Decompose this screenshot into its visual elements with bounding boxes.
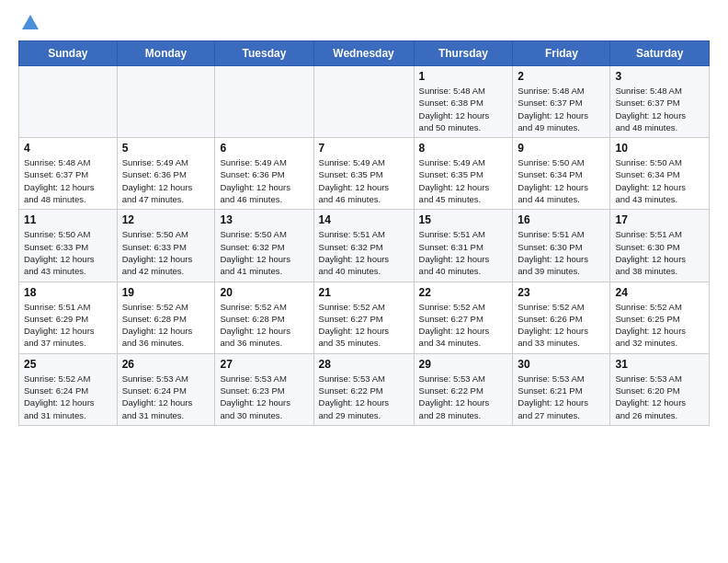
week-row-4: 18Sunrise: 5:51 AM Sunset: 6:29 PM Dayli… (19, 282, 710, 353)
day-info: Sunrise: 5:48 AM Sunset: 6:37 PM Dayligh… (24, 156, 112, 205)
calendar-cell: 14Sunrise: 5:51 AM Sunset: 6:32 PM Dayli… (313, 210, 414, 282)
day-number: 2 (518, 70, 605, 83)
day-number: 1 (419, 70, 508, 83)
day-number: 6 (220, 142, 308, 155)
calendar-cell: 22Sunrise: 5:52 AM Sunset: 6:27 PM Dayli… (414, 282, 513, 353)
day-info: Sunrise: 5:50 AM Sunset: 6:33 PM Dayligh… (24, 228, 112, 277)
calendar-cell: 1Sunrise: 5:48 AM Sunset: 6:38 PM Daylig… (414, 66, 513, 138)
day-info: Sunrise: 5:50 AM Sunset: 6:34 PM Dayligh… (615, 156, 704, 205)
day-number: 19 (122, 286, 210, 299)
calendar-cell: 24Sunrise: 5:52 AM Sunset: 6:25 PM Dayli… (610, 282, 710, 353)
calendar-cell: 13Sunrise: 5:50 AM Sunset: 6:32 PM Dayli… (215, 210, 313, 282)
calendar-cell: 21Sunrise: 5:52 AM Sunset: 6:27 PM Dayli… (313, 282, 414, 353)
day-header-sunday: Sunday (19, 41, 118, 66)
calendar-cell: 30Sunrise: 5:53 AM Sunset: 6:21 PM Dayli… (513, 353, 610, 425)
calendar-cell: 27Sunrise: 5:53 AM Sunset: 6:23 PM Dayli… (215, 353, 313, 425)
day-number: 14 (319, 213, 409, 226)
day-number: 12 (122, 213, 210, 226)
day-number: 27 (220, 358, 308, 371)
logo-icon (20, 13, 40, 33)
day-number: 29 (419, 358, 508, 371)
day-info: Sunrise: 5:49 AM Sunset: 6:36 PM Dayligh… (220, 156, 308, 205)
calendar-cell (215, 66, 313, 138)
day-number: 3 (615, 70, 704, 83)
day-info: Sunrise: 5:49 AM Sunset: 6:35 PM Dayligh… (319, 156, 409, 205)
day-header-thursday: Thursday (414, 41, 513, 66)
day-info: Sunrise: 5:50 AM Sunset: 6:33 PM Dayligh… (122, 228, 210, 277)
day-number: 15 (419, 213, 508, 226)
day-info: Sunrise: 5:52 AM Sunset: 6:26 PM Dayligh… (518, 301, 605, 350)
day-info: Sunrise: 5:48 AM Sunset: 6:38 PM Dayligh… (419, 85, 508, 133)
day-number: 23 (518, 286, 605, 299)
calendar-cell: 15Sunrise: 5:51 AM Sunset: 6:31 PM Dayli… (414, 210, 513, 282)
day-number: 7 (319, 142, 409, 155)
day-info: Sunrise: 5:53 AM Sunset: 6:22 PM Dayligh… (419, 373, 508, 421)
day-number: 17 (615, 213, 704, 226)
page: SundayMondayTuesdayWednesdayThursdayFrid… (0, 0, 728, 441)
calendar-cell (117, 66, 215, 138)
day-info: Sunrise: 5:50 AM Sunset: 6:34 PM Dayligh… (518, 156, 605, 205)
week-row-5: 25Sunrise: 5:52 AM Sunset: 6:24 PM Dayli… (19, 353, 710, 425)
day-info: Sunrise: 5:53 AM Sunset: 6:21 PM Dayligh… (518, 373, 605, 421)
day-number: 31 (615, 358, 704, 371)
day-info: Sunrise: 5:50 AM Sunset: 6:32 PM Dayligh… (220, 228, 308, 277)
calendar-cell: 19Sunrise: 5:52 AM Sunset: 6:28 PM Dayli… (117, 282, 215, 353)
calendar-cell: 10Sunrise: 5:50 AM Sunset: 6:34 PM Dayli… (610, 138, 710, 210)
day-header-tuesday: Tuesday (215, 41, 313, 66)
calendar-cell: 9Sunrise: 5:50 AM Sunset: 6:34 PM Daylig… (513, 138, 610, 210)
day-info: Sunrise: 5:53 AM Sunset: 6:23 PM Dayligh… (220, 373, 308, 421)
calendar-cell (19, 66, 118, 138)
day-number: 21 (319, 286, 409, 299)
calendar-cell: 8Sunrise: 5:49 AM Sunset: 6:35 PM Daylig… (414, 138, 513, 210)
day-header-monday: Monday (117, 41, 215, 66)
day-info: Sunrise: 5:51 AM Sunset: 6:30 PM Dayligh… (615, 228, 704, 277)
day-number: 9 (518, 142, 605, 155)
calendar-cell: 23Sunrise: 5:52 AM Sunset: 6:26 PM Dayli… (513, 282, 610, 353)
calendar-cell: 18Sunrise: 5:51 AM Sunset: 6:29 PM Dayli… (19, 282, 118, 353)
calendar-cell: 3Sunrise: 5:48 AM Sunset: 6:37 PM Daylig… (610, 66, 710, 138)
day-number: 24 (615, 286, 704, 299)
day-info: Sunrise: 5:51 AM Sunset: 6:32 PM Dayligh… (319, 228, 409, 277)
day-number: 11 (24, 213, 112, 226)
header-row: SundayMondayTuesdayWednesdayThursdayFrid… (19, 41, 710, 66)
day-info: Sunrise: 5:49 AM Sunset: 6:35 PM Dayligh… (419, 156, 508, 205)
day-header-friday: Friday (513, 41, 610, 66)
day-info: Sunrise: 5:53 AM Sunset: 6:20 PM Dayligh… (615, 373, 704, 421)
day-number: 18 (24, 286, 112, 299)
day-header-wednesday: Wednesday (313, 41, 414, 66)
calendar-cell: 31Sunrise: 5:53 AM Sunset: 6:20 PM Dayli… (610, 353, 710, 425)
svg-marker-0 (22, 15, 39, 29)
day-info: Sunrise: 5:51 AM Sunset: 6:29 PM Dayligh… (24, 301, 112, 350)
day-number: 4 (24, 142, 112, 155)
calendar-cell: 11Sunrise: 5:50 AM Sunset: 6:33 PM Dayli… (19, 210, 118, 282)
calendar-cell: 16Sunrise: 5:51 AM Sunset: 6:30 PM Dayli… (513, 210, 610, 282)
calendar-cell: 6Sunrise: 5:49 AM Sunset: 6:36 PM Daylig… (215, 138, 313, 210)
day-info: Sunrise: 5:52 AM Sunset: 6:28 PM Dayligh… (220, 301, 308, 350)
day-info: Sunrise: 5:53 AM Sunset: 6:24 PM Dayligh… (122, 373, 210, 421)
day-info: Sunrise: 5:52 AM Sunset: 6:25 PM Dayligh… (615, 301, 704, 350)
day-number: 30 (518, 358, 605, 371)
calendar-cell: 25Sunrise: 5:52 AM Sunset: 6:24 PM Dayli… (19, 353, 118, 425)
calendar-cell: 17Sunrise: 5:51 AM Sunset: 6:30 PM Dayli… (610, 210, 710, 282)
calendar-cell: 29Sunrise: 5:53 AM Sunset: 6:22 PM Dayli… (414, 353, 513, 425)
day-number: 25 (24, 358, 112, 371)
day-info: Sunrise: 5:48 AM Sunset: 6:37 PM Dayligh… (615, 85, 704, 133)
calendar-cell: 28Sunrise: 5:53 AM Sunset: 6:22 PM Dayli… (313, 353, 414, 425)
day-number: 28 (319, 358, 409, 371)
day-info: Sunrise: 5:48 AM Sunset: 6:37 PM Dayligh… (518, 85, 605, 133)
calendar-cell: 20Sunrise: 5:52 AM Sunset: 6:28 PM Dayli… (215, 282, 313, 353)
header (18, 15, 710, 33)
day-info: Sunrise: 5:52 AM Sunset: 6:24 PM Dayligh… (24, 373, 112, 421)
calendar-cell: 2Sunrise: 5:48 AM Sunset: 6:37 PM Daylig… (513, 66, 610, 138)
day-number: 8 (419, 142, 508, 155)
calendar-table: SundayMondayTuesdayWednesdayThursdayFrid… (18, 40, 710, 426)
day-number: 5 (122, 142, 210, 155)
week-row-2: 4Sunrise: 5:48 AM Sunset: 6:37 PM Daylig… (19, 138, 710, 210)
day-info: Sunrise: 5:53 AM Sunset: 6:22 PM Dayligh… (319, 373, 409, 421)
calendar-cell (313, 66, 414, 138)
calendar-cell: 26Sunrise: 5:53 AM Sunset: 6:24 PM Dayli… (117, 353, 215, 425)
day-number: 20 (220, 286, 308, 299)
day-number: 26 (122, 358, 210, 371)
day-info: Sunrise: 5:49 AM Sunset: 6:36 PM Dayligh… (122, 156, 210, 205)
day-info: Sunrise: 5:52 AM Sunset: 6:28 PM Dayligh… (122, 301, 210, 350)
